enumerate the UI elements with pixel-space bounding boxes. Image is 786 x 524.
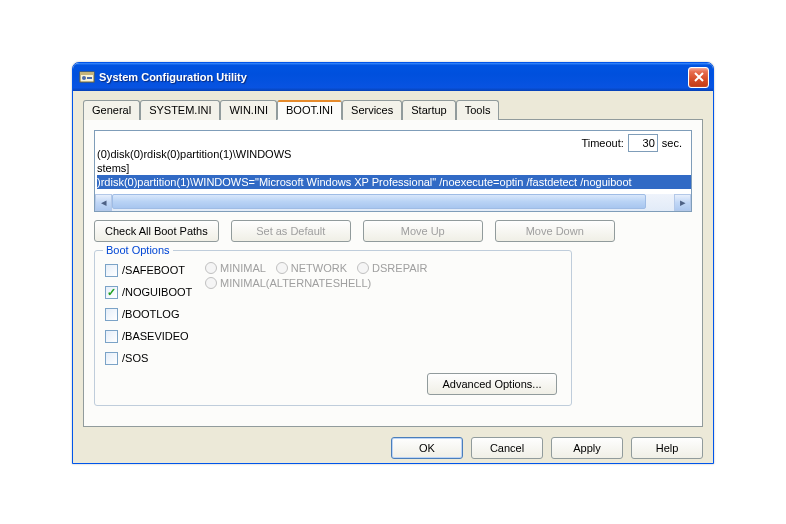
noguiboot-label: /NOGUIBOOT (122, 286, 192, 298)
apply-button[interactable]: Apply (551, 437, 623, 459)
checkbox-checked-icon (105, 286, 118, 299)
basevideo-checkbox[interactable]: /BASEVIDEO (105, 325, 205, 347)
safeboot-radio-row2: MINIMAL(ALTERNATESHELL) (205, 277, 428, 289)
list-line[interactable]: stems] (97, 161, 691, 175)
app-icon (79, 69, 95, 85)
safeboot-radio-row1: MINIMAL NETWORK DSREPAIR (205, 262, 428, 274)
checkbox-icon (105, 264, 118, 277)
radio-icon (205, 262, 217, 274)
ok-button[interactable]: OK (391, 437, 463, 459)
timeout-unit: sec. (662, 137, 682, 149)
horizontal-scrollbar[interactable]: ◂ ▸ (95, 194, 691, 211)
basevideo-label: /BASEVIDEO (122, 330, 189, 342)
tab-panel-bootini: (0)disk(0)rdisk(0)partition(1)\WINDOWS s… (83, 119, 703, 427)
safeboot-label: /SAFEBOOT (122, 264, 185, 276)
safeboot-checkbox[interactable]: /SAFEBOOT (105, 259, 205, 281)
cancel-button[interactable]: Cancel (471, 437, 543, 459)
dialog-buttons: OK Cancel Apply Help (83, 437, 703, 459)
timeout-label: Timeout: (581, 137, 623, 149)
minimal-radio: MINIMAL (205, 262, 266, 274)
boot-options-legend: Boot Options (103, 244, 173, 256)
window-title: System Configuration Utility (99, 71, 688, 83)
radio-icon (276, 262, 288, 274)
checkbox-column: /SAFEBOOT /NOGUIBOOT /BOOTLOG /BASEVIDEO… (105, 259, 205, 369)
bootlog-checkbox[interactable]: /BOOTLOG (105, 303, 205, 325)
checkbox-icon (105, 352, 118, 365)
checkbox-icon (105, 330, 118, 343)
tab-winini[interactable]: WIN.INI (220, 100, 277, 120)
minimalalt-label: MINIMAL(ALTERNATESHELL) (220, 277, 371, 289)
dsrepair-label: DSREPAIR (372, 262, 427, 274)
svg-point-2 (82, 76, 86, 80)
minimal-label: MINIMAL (220, 262, 266, 274)
help-button[interactable]: Help (631, 437, 703, 459)
minimalalt-radio: MINIMAL(ALTERNATESHELL) (205, 277, 371, 289)
titlebar[interactable]: System Configuration Utility (73, 63, 713, 91)
chevron-left-icon: ◂ (101, 196, 107, 209)
boot-options-group: Boot Options /SAFEBOOT /NOGUIBOOT /BOOTL… (94, 250, 572, 406)
scroll-thumb[interactable] (112, 194, 646, 209)
check-all-boot-paths-button[interactable]: Check All Boot Paths (94, 220, 219, 242)
client-area: General SYSTEM.INI WIN.INI BOOT.INI Serv… (73, 91, 713, 464)
scroll-right-button[interactable]: ▸ (674, 194, 691, 211)
close-button[interactable] (688, 67, 709, 88)
scroll-left-button[interactable]: ◂ (95, 194, 112, 211)
tab-services[interactable]: Services (342, 100, 402, 120)
options-row: /SAFEBOOT /NOGUIBOOT /BOOTLOG /BASEVIDEO… (105, 259, 561, 369)
bootlog-label: /BOOTLOG (122, 308, 179, 320)
boot-buttons-row: Check All Boot Paths Set as Default Move… (94, 220, 692, 242)
radio-icon (357, 262, 369, 274)
radio-column: MINIMAL NETWORK DSREPAIR MINIMAL(ALTERNA… (205, 259, 428, 289)
tab-startup[interactable]: Startup (402, 100, 455, 120)
tab-systemini[interactable]: SYSTEM.INI (140, 100, 220, 120)
sos-label: /SOS (122, 352, 148, 364)
timeout-input[interactable] (628, 134, 658, 152)
move-down-button: Move Down (495, 220, 615, 242)
tab-tools[interactable]: Tools (456, 100, 500, 120)
msconfig-window: System Configuration Utility General SYS… (72, 62, 714, 464)
set-as-default-button: Set as Default (231, 220, 351, 242)
chevron-right-icon: ▸ (680, 196, 686, 209)
network-radio: NETWORK (276, 262, 347, 274)
tab-bootini[interactable]: BOOT.INI (277, 100, 342, 120)
radio-icon (205, 277, 217, 289)
tab-strip: General SYSTEM.INI WIN.INI BOOT.INI Serv… (83, 100, 703, 120)
timeout-group: Timeout: sec. (581, 134, 682, 152)
tab-general[interactable]: General (83, 100, 140, 120)
list-line-selected[interactable]: )rdisk(0)partition(1)\WINDOWS="Microsoft… (97, 175, 691, 189)
checkbox-icon (105, 308, 118, 321)
svg-rect-3 (87, 77, 92, 79)
close-icon (694, 72, 704, 82)
scroll-track[interactable] (112, 194, 674, 211)
network-label: NETWORK (291, 262, 347, 274)
svg-rect-1 (80, 72, 94, 75)
advanced-options-button[interactable]: Advanced Options... (427, 373, 557, 395)
sos-checkbox[interactable]: /SOS (105, 347, 205, 369)
dsrepair-radio: DSREPAIR (357, 262, 427, 274)
move-up-button: Move Up (363, 220, 483, 242)
noguiboot-checkbox[interactable]: /NOGUIBOOT (105, 281, 205, 303)
